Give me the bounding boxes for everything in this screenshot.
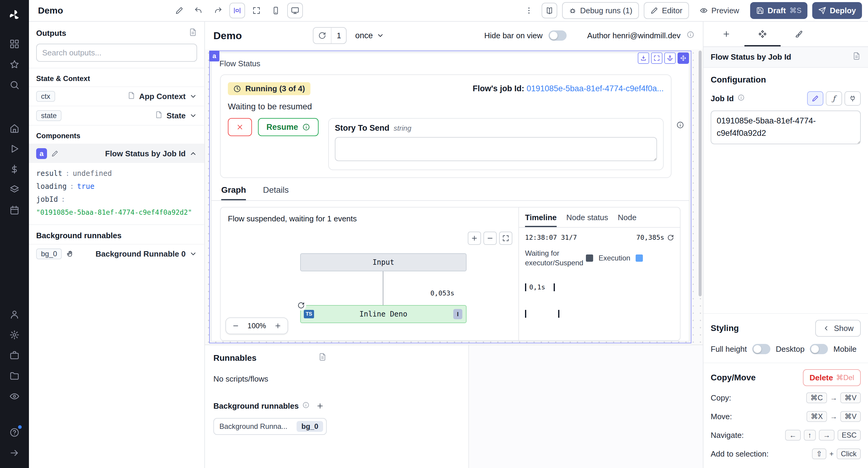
desktop-mobile-toggle[interactable]: [810, 344, 828, 354]
deploy-button[interactable]: Deploy: [812, 2, 862, 19]
canvas-scrollbar[interactable]: [699, 51, 702, 296]
rail-item-settings[interactable]: [4, 325, 25, 345]
story-input[interactable]: [335, 137, 657, 161]
component-expand-button[interactable]: [651, 53, 662, 64]
shortcut-row-add-selection: Add to selection: ⇧ + Click: [704, 444, 868, 463]
docs-button[interactable]: [541, 3, 557, 19]
tab-node-status[interactable]: Node status: [566, 213, 608, 227]
more-menu-button[interactable]: [521, 3, 537, 19]
interval-select[interactable]: once: [355, 31, 384, 40]
state-row[interactable]: state State: [29, 106, 204, 125]
preview-label: Preview: [711, 6, 739, 15]
undo-button[interactable]: [191, 3, 207, 19]
outputs-log-icon[interactable]: [189, 28, 197, 39]
redo-button[interactable]: [210, 3, 226, 19]
show-styling-button[interactable]: Show: [815, 320, 861, 337]
hide-bar-toggle[interactable]: [549, 30, 567, 41]
runnables-log-icon[interactable]: [318, 353, 327, 364]
rail-item-home[interactable]: [4, 118, 25, 138]
jobid-field-label: Job Id: [711, 94, 734, 103]
author-info-icon[interactable]: [687, 31, 694, 41]
book-open-icon: [545, 6, 554, 15]
desktop-view-button[interactable]: [287, 3, 303, 19]
flow-node-inline-deno[interactable]: TS Inline Deno I: [300, 305, 467, 323]
rail-item-audit[interactable]: [4, 386, 25, 407]
flow-node-input[interactable]: Input: [300, 253, 467, 271]
pencil-icon[interactable]: [51, 150, 59, 157]
component-a-row[interactable]: a Flow Status by Job Id: [29, 144, 204, 163]
tab-details[interactable]: Details: [263, 185, 289, 200]
delete-component-button[interactable]: Delete ⌘Del: [803, 369, 861, 386]
static-input-mode-button[interactable]: [807, 91, 824, 106]
canvas-body[interactable]: a Flow Status: [205, 49, 703, 344]
connect-input-mode-button[interactable]: [844, 91, 861, 106]
add-bg-runnable-button[interactable]: [313, 399, 327, 412]
graph-zoom-in-button[interactable]: [468, 232, 481, 245]
chevron-up-icon[interactable]: [189, 150, 197, 158]
rail-item-search[interactable]: [4, 75, 25, 95]
zoom-out-button[interactable]: [227, 318, 244, 334]
zoom-in-button[interactable]: [270, 318, 286, 334]
bar-duration-label: 0,1s: [529, 283, 545, 291]
rail-item-folders[interactable]: [4, 366, 25, 386]
shortcut-row-copy: Copy: ⌘C → ⌘V: [704, 389, 868, 407]
tab-timeline[interactable]: Timeline: [525, 213, 557, 227]
tab-graph[interactable]: Graph: [221, 185, 246, 200]
flow-status-card: Flow Status Running (3 of 4): [211, 53, 689, 341]
rail-item-favorites[interactable]: [4, 54, 25, 75]
refresh-button[interactable]: [313, 28, 332, 43]
cancel-flow-button[interactable]: [228, 118, 252, 136]
suspend-info-icon[interactable]: [676, 120, 684, 131]
rail-item-variables[interactable]: [4, 159, 25, 179]
mobile-view-button[interactable]: [268, 3, 284, 19]
logs-icon[interactable]: [852, 52, 861, 62]
rail-item-resources[interactable]: [4, 179, 25, 200]
rail-item-account[interactable]: [4, 304, 25, 325]
rail-item-expand-sidebar[interactable]: [4, 443, 25, 463]
ctx-row[interactable]: ctx App Context: [29, 87, 204, 106]
rail-item-schedules[interactable]: [4, 200, 25, 221]
flow-job-id-link[interactable]: 0191085e-5baa-81ef-4774-c9ef4f0a...: [527, 84, 664, 93]
kbd-key: ⌘C: [806, 392, 827, 403]
bg-runnables-info-icon[interactable]: [302, 401, 310, 411]
windmill-logo[interactable]: [4, 5, 25, 25]
preview-tab-button[interactable]: Preview: [694, 2, 745, 19]
tab-insert-component[interactable]: [708, 22, 744, 46]
rail-item-workers[interactable]: [4, 345, 25, 366]
fullscreen-button[interactable]: [249, 3, 264, 19]
jobid-info-icon[interactable]: [738, 94, 745, 103]
component-download-button[interactable]: [638, 53, 649, 64]
chevron-down-icon[interactable]: [189, 93, 197, 100]
arrow-right-icon: [9, 448, 20, 458]
chevron-down-icon[interactable]: [189, 250, 197, 258]
editor-tab-button[interactable]: Editor: [644, 2, 689, 19]
eval-input-mode-button[interactable]: ƒ: [826, 91, 842, 106]
flow-graph-view[interactable]: Flow suspended, waiting for 1 events Inp…: [221, 207, 518, 340]
monitor-icon: [291, 6, 299, 15]
rail-item-apps[interactable]: [4, 34, 25, 54]
resume-flow-button[interactable]: Resume: [258, 118, 318, 136]
component-anchor-button[interactable]: [664, 53, 676, 64]
background-runnable-row[interactable]: bg_0 Background Runnable 0: [29, 244, 204, 263]
tab-global-styling[interactable]: [781, 22, 817, 46]
plus-icon: [722, 30, 731, 38]
jobid-value-input[interactable]: 0191085e-5baa-81ef-4774-c9ef4f0a92d2: [711, 110, 861, 144]
search-outputs-input[interactable]: [36, 44, 197, 62]
graph-fullscreen-button[interactable]: [499, 232, 513, 245]
chevron-down-icon[interactable]: [189, 112, 197, 120]
tab-node[interactable]: Node: [618, 213, 637, 227]
rail-item-runs[interactable]: [4, 138, 25, 159]
bg-runnable-item[interactable]: Background Runna... bg_0: [213, 418, 327, 435]
rail-item-help[interactable]: [4, 422, 25, 443]
draft-button[interactable]: Draft ⌘S: [750, 2, 808, 19]
tab-component-settings[interactable]: [744, 22, 781, 46]
rename-app-button[interactable]: [172, 3, 187, 19]
full-height-toggle[interactable]: [752, 344, 770, 354]
selected-component-a[interactable]: a Flow Status: [209, 51, 691, 343]
component-move-handle[interactable]: [678, 53, 689, 64]
graph-zoom-out-button[interactable]: [484, 232, 497, 245]
refresh-icon[interactable]: [667, 234, 674, 241]
component-outline-toggle[interactable]: [229, 3, 245, 19]
debug-runs-button[interactable]: Debug runs (1): [562, 2, 639, 19]
minus-icon: [232, 322, 239, 330]
